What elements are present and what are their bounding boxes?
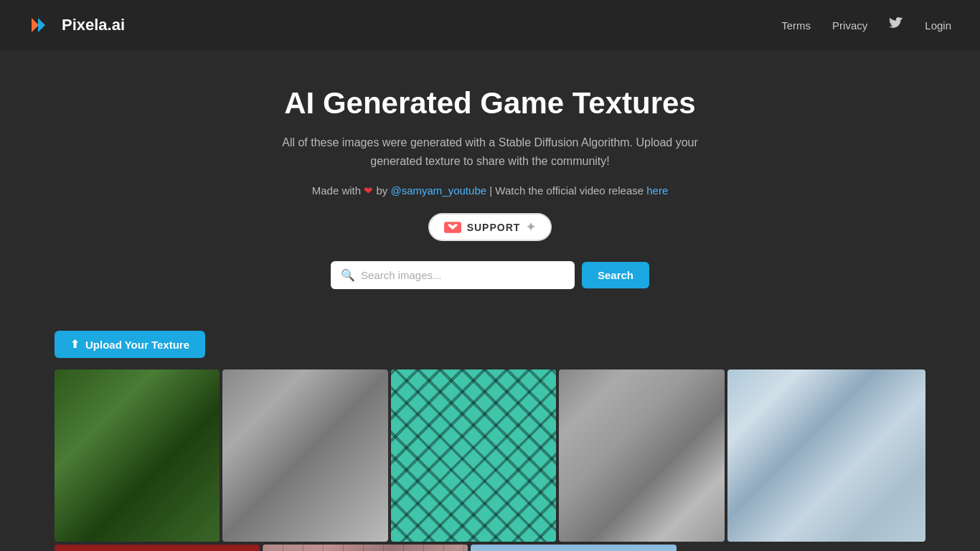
texture-glass[interactable] xyxy=(727,369,925,542)
hero-description: All of these images were generated with … xyxy=(282,133,698,170)
texture-row-1 xyxy=(55,369,925,542)
logo[interactable]: Pixela.ai xyxy=(29,12,125,38)
made-with-prefix: Made with xyxy=(312,184,361,197)
texture-green-foliage[interactable] xyxy=(55,369,220,542)
search-icon: 🔍 xyxy=(341,268,355,282)
sparkle-icon: ✦ xyxy=(526,220,536,234)
search-area: 🔍 Search xyxy=(14,261,966,289)
heart-icon: ❤ xyxy=(364,184,376,197)
support-label: SUPPORT xyxy=(467,222,521,233)
nav-login[interactable]: Login xyxy=(925,19,951,32)
nav-terms[interactable]: Terms xyxy=(781,19,811,32)
texture-pink-tiles[interactable] xyxy=(263,545,468,551)
texture-teal-grid[interactable] xyxy=(391,369,556,542)
search-button[interactable]: Search xyxy=(582,262,649,288)
svg-marker-1 xyxy=(38,18,45,32)
texture-stone[interactable] xyxy=(559,369,724,542)
support-button[interactable]: SUPPORT ✦ xyxy=(428,213,552,241)
author-link[interactable]: @samyam_youtube xyxy=(390,184,486,197)
texture-gray-rocks[interactable] xyxy=(222,369,387,542)
upload-area: ⬆ Upload Your Texture xyxy=(0,331,980,358)
logo-text: Pixela.ai xyxy=(62,16,125,34)
nav-privacy[interactable]: Privacy xyxy=(832,19,867,32)
hero-title: AI Generated Game Textures xyxy=(14,86,966,121)
upload-button[interactable]: ⬆ Upload Your Texture xyxy=(55,331,205,358)
watch-text: | Watch the official video release xyxy=(489,184,646,197)
svg-marker-0 xyxy=(32,18,39,32)
upload-label: Upload Your Texture xyxy=(85,339,189,351)
texture-blue-sky[interactable] xyxy=(471,545,676,551)
texture-row-2 xyxy=(55,545,925,551)
nav: Terms Privacy Login xyxy=(781,17,951,34)
search-input[interactable] xyxy=(361,269,565,281)
header: Pixela.ai Terms Privacy Login xyxy=(0,0,980,50)
upload-icon: ⬆ xyxy=(70,338,80,351)
texture-red-bark[interactable] xyxy=(55,545,260,551)
twitter-icon xyxy=(889,17,903,32)
logo-icon xyxy=(29,12,55,38)
support-icon xyxy=(444,222,461,233)
texture-grid xyxy=(0,369,980,551)
here-link[interactable]: here xyxy=(646,184,668,197)
made-with-by: by xyxy=(376,184,390,197)
search-box: 🔍 xyxy=(331,261,575,289)
hero-section: AI Generated Game Textures All of these … xyxy=(0,50,980,331)
hero-made-with: Made with ❤ by @samyam_youtube | Watch t… xyxy=(14,184,966,197)
nav-twitter[interactable] xyxy=(889,17,903,34)
